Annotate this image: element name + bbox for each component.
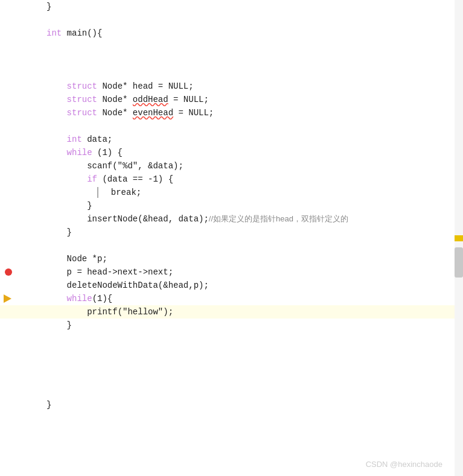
line-row: int main(){ [0, 27, 455, 40]
line-gutter [0, 199, 45, 212]
line-content [45, 40, 455, 53]
code-token: } [46, 398, 51, 411]
line-content [45, 239, 455, 252]
code-token: scanf [46, 159, 112, 173]
code-token: main [67, 27, 88, 40]
line-content: struct Node* head = NULL; [45, 80, 455, 93]
line-row: } [0, 199, 455, 212]
line-content [45, 332, 455, 345]
line-gutter [0, 159, 45, 173]
line-content: if (data == -1) { [45, 173, 455, 186]
line-content [45, 385, 455, 398]
line-gutter [0, 119, 45, 133]
code-token: = NULL; [173, 106, 214, 119]
code-token: data; [87, 133, 112, 146]
line-row: insertNode(&head, data);//如果定义的是指针head，双… [0, 212, 455, 226]
code-token: int [46, 133, 87, 146]
code-token: deleteNodeWithData(&head,p); [46, 279, 209, 292]
line-row [0, 358, 455, 372]
line-content: insertNode(&head, data);//如果定义的是指针head，双… [45, 212, 455, 226]
line-content: break; [45, 186, 455, 199]
code-token: Node* [102, 106, 132, 119]
line-row: break; [0, 186, 455, 199]
line-row: p = head->next->next; [0, 265, 455, 279]
code-token: break; [101, 186, 141, 199]
line-row [0, 53, 455, 66]
code-token: while [46, 292, 92, 305]
code-token [46, 186, 97, 199]
line-content: struct Node* evenHead = NULL; [45, 106, 455, 119]
line-gutter [0, 146, 45, 159]
line-row [0, 385, 455, 398]
line-content: printf("hellow"); [45, 305, 455, 319]
line-row: printf("hellow"); [0, 305, 455, 319]
line-row: Node *p; [0, 252, 455, 265]
line-content: Node *p; [45, 252, 455, 265]
line-row [0, 332, 455, 345]
code-token: printf [46, 305, 118, 319]
scrollbar-marker [455, 235, 463, 241]
line-content: deleteNodeWithData(&head,p); [45, 279, 455, 292]
vertical-bar-icon [97, 187, 98, 198]
line-row [0, 372, 455, 385]
line-gutter [0, 385, 45, 398]
line-row: deleteNodeWithData(&head,p); [0, 279, 455, 292]
line-content: while(1){ [45, 292, 455, 305]
line-gutter [0, 80, 45, 93]
line-content [45, 345, 455, 358]
line-row: int data; [0, 133, 455, 146]
code-token: (data == -1) { [102, 173, 173, 186]
line-content: struct Node* oddHead = NULL; [45, 93, 455, 106]
scrollbar-track[interactable] [455, 0, 463, 476]
line-gutter [0, 345, 45, 358]
line-gutter [0, 66, 45, 80]
code-token: ("hellow"); [118, 305, 173, 319]
line-content [45, 372, 455, 385]
code-token: oddHead [133, 93, 168, 106]
code-token: Node* head = NULL; [102, 80, 193, 93]
line-row: struct Node* oddHead = NULL; [0, 93, 455, 106]
code-token: if [46, 173, 102, 186]
line-row [0, 13, 455, 27]
code-token: } [46, 226, 72, 239]
line-row [0, 345, 455, 358]
editor-container: } int main(){ [0, 0, 463, 476]
line-gutter [0, 53, 45, 66]
watermark: CSDN @hexinchaode [366, 460, 442, 469]
code-token: } [46, 319, 72, 332]
line-gutter [0, 305, 45, 319]
line-gutter [0, 252, 45, 265]
line-gutter [0, 239, 45, 252]
line-row: struct Node* head = NULL; [0, 80, 455, 93]
line-row: } [0, 0, 455, 13]
line-content [45, 13, 455, 27]
scrollbar-thumb[interactable] [455, 247, 463, 278]
code-token: } [46, 199, 92, 212]
current-line-arrow-icon [4, 294, 11, 303]
line-content [45, 53, 455, 66]
line-row: scanf("%d", &data); [0, 159, 455, 173]
line-content: while (1) { [45, 146, 455, 159]
line-gutter [0, 0, 45, 13]
line-gutter [0, 212, 45, 226]
code-token: //如果定义的是指针head，双指针定义的 [209, 212, 348, 226]
line-gutter [0, 40, 45, 53]
code-token: = NULL; [168, 93, 209, 106]
line-gutter [0, 133, 45, 146]
line-row: while (1) { [0, 146, 455, 159]
code-token: int [46, 27, 67, 40]
code-panel: } int main(){ [0, 0, 455, 476]
code-token: (1) { [97, 146, 123, 159]
code-token: evenHead [133, 106, 173, 119]
code-token: } [46, 0, 51, 13]
line-gutter [0, 13, 45, 27]
code-token: while [46, 146, 97, 159]
line-content [45, 66, 455, 80]
code-token: struct [46, 80, 102, 93]
line-row: struct Node* evenHead = NULL; [0, 106, 455, 119]
line-content: } [45, 0, 455, 13]
breakpoint-dot-icon [5, 268, 12, 276]
line-row: } [0, 319, 455, 332]
line-gutter [0, 358, 45, 372]
line-row: } [0, 226, 455, 239]
